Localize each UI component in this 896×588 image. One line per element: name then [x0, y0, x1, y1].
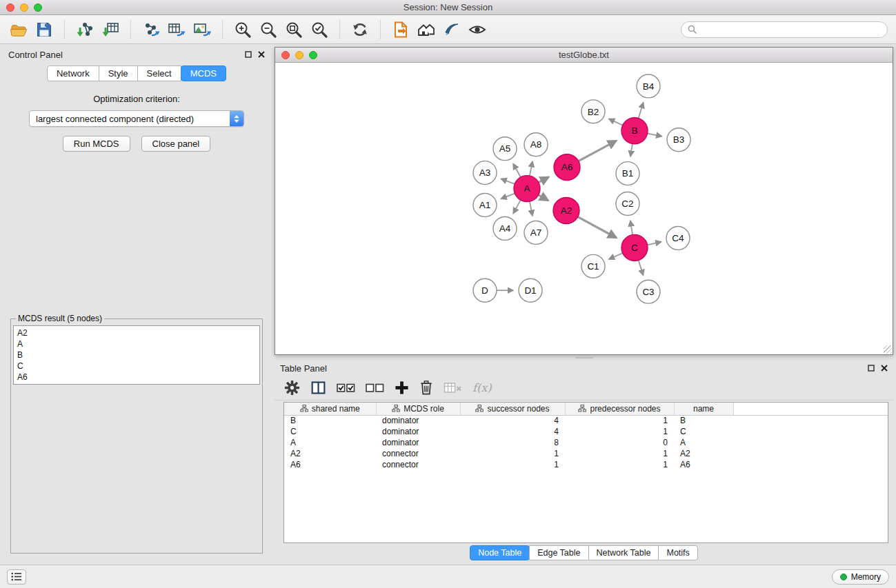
zoom-in-button[interactable] [232, 19, 253, 41]
network-close-button[interactable] [281, 51, 290, 59]
zoom-out-button[interactable] [258, 19, 279, 41]
graph-edge-C-C1[interactable] [609, 253, 623, 259]
graph-node-C[interactable]: C [621, 234, 648, 261]
tab-edge-table[interactable]: Edge Table [529, 545, 588, 560]
graph-edge-B-B1[interactable] [630, 144, 633, 156]
show-columns-button[interactable] [310, 380, 326, 396]
graph-edge-C-C4[interactable] [648, 242, 661, 245]
graph-edge-A-A1[interactable] [501, 194, 515, 199]
function-builder-button[interactable]: f(x) [472, 381, 491, 394]
node-table-container[interactable]: shared name MCDS role successor nodes pr… [283, 402, 888, 543]
tab-style[interactable]: Style [99, 65, 138, 81]
mcds-result-item[interactable]: A [17, 338, 256, 349]
graph-edge-C-C2[interactable] [630, 221, 633, 234]
export-network-button[interactable] [141, 19, 161, 41]
annotations-button[interactable] [441, 19, 462, 41]
graph-edge-B-B3[interactable] [648, 134, 662, 136]
table-row[interactable]: Adominator80A [284, 437, 888, 448]
tab-motifs[interactable]: Motifs [658, 545, 697, 560]
horizontal-splitter[interactable] [275, 355, 893, 361]
graph-edge-A2-C[interactable] [578, 217, 617, 238]
open-document-button[interactable] [390, 19, 411, 41]
tab-select[interactable]: Select [137, 65, 181, 81]
graph-node-A7[interactable]: A7 [524, 221, 548, 244]
home-button[interactable] [416, 19, 437, 41]
export-table-button[interactable] [166, 19, 187, 41]
graph-edge-A-A4[interactable] [513, 200, 521, 213]
column-header-predecessor-nodes[interactable]: predecessor nodes [565, 403, 674, 415]
graph-node-B1[interactable]: B1 [616, 162, 639, 185]
column-header-shared-name[interactable]: shared name [284, 403, 376, 415]
graph-node-C1[interactable]: C1 [581, 254, 605, 278]
graph-edge-B-B2[interactable] [609, 119, 623, 125]
graph-node-D1[interactable]: D1 [519, 278, 542, 302]
graph-node-B[interactable]: B [621, 118, 648, 144]
graph-edge-A-A6[interactable] [539, 177, 549, 183]
network-zoom-button[interactable] [309, 51, 317, 59]
create-column-button[interactable] [395, 381, 409, 395]
column-header-mcds-role[interactable]: MCDS role [376, 403, 460, 415]
close-window-button[interactable] [6, 3, 14, 12]
graph-node-C3[interactable]: C3 [637, 280, 660, 303]
column-header-name[interactable]: name [674, 403, 733, 415]
table-row[interactable]: A2connector11A2 [284, 448, 888, 459]
graph-node-B3[interactable]: B3 [667, 128, 690, 152]
mcds-result-item[interactable]: C [17, 361, 256, 372]
search-input[interactable] [700, 24, 881, 34]
graph-node-A[interactable]: A [514, 176, 540, 202]
unselect-all-columns-button[interactable] [366, 382, 384, 394]
table-row[interactable]: Bdominator41B [284, 415, 888, 426]
import-network-button[interactable] [74, 19, 95, 41]
network-window-titlebar[interactable]: testGlobe.txt [275, 48, 893, 63]
table-row[interactable]: A6connector11A6 [284, 459, 888, 470]
tab-network[interactable]: Network [47, 65, 99, 81]
graph-node-B2[interactable]: B2 [581, 100, 605, 123]
zoom-fit-button[interactable] [283, 19, 304, 41]
graph-node-A2[interactable]: A2 [553, 198, 579, 224]
graph-edge-C-C3[interactable] [639, 260, 644, 275]
float-table-panel-button[interactable] [868, 365, 875, 372]
tab-node-table[interactable]: Node Table [470, 545, 530, 560]
zoom-window-button[interactable] [34, 3, 42, 12]
window-resize-grip[interactable] [884, 345, 892, 354]
graph-edge-A-A7[interactable] [530, 201, 532, 216]
mcds-result-item[interactable]: A2 [17, 327, 256, 338]
task-history-button[interactable] [7, 569, 26, 585]
graph-node-A6[interactable]: A6 [554, 154, 580, 181]
network-minimize-button[interactable] [295, 51, 303, 59]
zoom-selected-button[interactable] [309, 19, 330, 41]
close-panel-action-button[interactable]: Close panel [141, 136, 211, 152]
float-panel-button[interactable] [245, 51, 252, 58]
close-panel-button[interactable] [258, 51, 265, 58]
column-header-successor-nodes[interactable]: successor nodes [460, 403, 565, 415]
graph-node-A3[interactable]: A3 [473, 161, 497, 185]
delete-table-button[interactable] [444, 381, 462, 395]
memory-button[interactable]: Memory [832, 569, 889, 585]
run-mcds-button[interactable]: Run MCDS [63, 136, 130, 152]
import-table-button[interactable] [100, 19, 121, 41]
graph-edge-A-A2[interactable] [539, 195, 548, 201]
export-image-button[interactable] [192, 19, 212, 41]
close-table-panel-button[interactable] [881, 365, 888, 372]
mcds-result-item[interactable]: A6 [17, 372, 256, 383]
graph-edge-B-B4[interactable] [639, 103, 644, 119]
graph-edge-A-A8[interactable] [530, 161, 532, 176]
network-canvas[interactable]: B4B2BB3A5A8A6B1A3AC2A1A2A4A7C4CC1C3DD1 [275, 63, 893, 354]
table-row[interactable]: Cdominator41C [284, 426, 888, 437]
graph-node-C4[interactable]: C4 [666, 226, 690, 250]
graph-edge-A6-B[interactable] [579, 141, 617, 161]
graph-edge-A-A3[interactable] [501, 179, 515, 183]
minimize-window-button[interactable] [20, 3, 28, 12]
select-all-columns-button[interactable] [337, 382, 355, 394]
graphics-details-button[interactable] [467, 19, 488, 41]
criterion-dropdown[interactable]: largest connected component (directed) [29, 110, 244, 127]
mcds-result-item[interactable]: B [17, 349, 256, 361]
open-session-button[interactable] [8, 19, 29, 41]
save-session-button[interactable] [34, 19, 54, 41]
apply-layout-button[interactable] [350, 19, 370, 41]
graph-node-C2[interactable]: C2 [616, 192, 639, 216]
delete-column-button[interactable] [419, 380, 433, 396]
tab-network-table[interactable]: Network Table [588, 545, 659, 560]
graph-node-B4[interactable]: B4 [637, 74, 660, 98]
graph-node-A5[interactable]: A5 [493, 137, 517, 161]
